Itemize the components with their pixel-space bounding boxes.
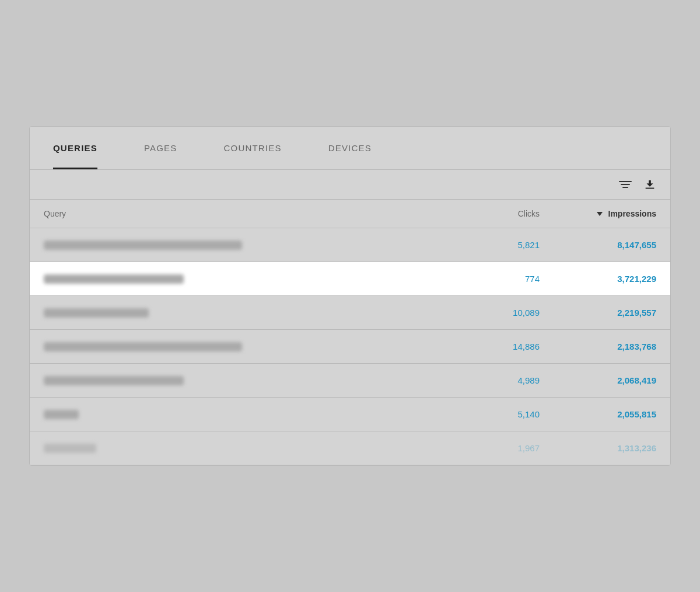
clicks-cell: 5,821 (446, 240, 540, 250)
query-cell (44, 444, 446, 453)
table-header: Query Clicks Impressions (30, 200, 670, 228)
query-blurred-text (44, 274, 184, 284)
clicks-cell: 774 (446, 274, 540, 284)
query-cell (44, 410, 446, 419)
table-row[interactable]: 5,821 8,147,655 (30, 228, 670, 262)
tab-countries[interactable]: COUNTRIES (201, 127, 305, 169)
clicks-cell: 5,140 (446, 409, 540, 419)
svg-rect-0 (646, 188, 654, 189)
filter-icon[interactable] (619, 181, 632, 188)
main-card: QUERIES PAGES COUNTRIES DEVICES Query (29, 126, 671, 466)
query-cell (44, 342, 446, 351)
impressions-cell: 3,721,229 (540, 274, 656, 284)
clicks-cell: 4,989 (446, 375, 540, 385)
impressions-cell: 2,068,419 (540, 375, 656, 385)
sort-arrow-icon (597, 212, 603, 216)
toolbar (30, 170, 670, 200)
tab-devices[interactable]: DEVICES (305, 127, 395, 169)
query-blurred-text (44, 241, 242, 250)
tab-queries[interactable]: QUERIES (30, 127, 121, 169)
col-header-clicks[interactable]: Clicks (446, 209, 540, 218)
table-row[interactable]: 14,886 2,183,768 (30, 330, 670, 364)
impressions-cell: 2,055,815 (540, 409, 656, 419)
table-row[interactable]: 4,989 2,068,419 (30, 364, 670, 398)
impressions-cell: 2,183,768 (540, 342, 656, 351)
query-blurred-text (44, 410, 79, 419)
query-blurred-text (44, 308, 149, 318)
tab-pages[interactable]: PAGES (121, 127, 201, 169)
impressions-cell: 1,313,236 (540, 443, 656, 453)
clicks-cell: 14,886 (446, 342, 540, 351)
clicks-cell: 10,089 (446, 308, 540, 318)
query-cell (44, 241, 446, 250)
download-icon[interactable] (643, 178, 656, 191)
table-row[interactable]: 1,967 1,313,236 (30, 431, 670, 465)
tab-bar: QUERIES PAGES COUNTRIES DEVICES (30, 127, 670, 170)
col-header-query: Query (44, 209, 446, 218)
table-row[interactable]: 5,140 2,055,815 (30, 398, 670, 431)
table-row[interactable]: 774 3,721,229 (30, 262, 670, 296)
query-cell (44, 308, 446, 318)
table-body: 5,821 8,147,655 774 3,721,229 10,089 2,2… (30, 228, 670, 465)
query-blurred-text (44, 342, 242, 351)
table-row[interactable]: 10,089 2,219,557 (30, 296, 670, 330)
col-header-impressions[interactable]: Impressions (540, 209, 656, 218)
clicks-cell: 1,967 (446, 443, 540, 453)
impressions-cell: 8,147,655 (540, 240, 656, 250)
query-cell (44, 274, 446, 284)
query-cell (44, 376, 446, 385)
query-blurred-text (44, 376, 184, 385)
query-blurred-text (44, 444, 96, 453)
impressions-cell: 2,219,557 (540, 308, 656, 318)
